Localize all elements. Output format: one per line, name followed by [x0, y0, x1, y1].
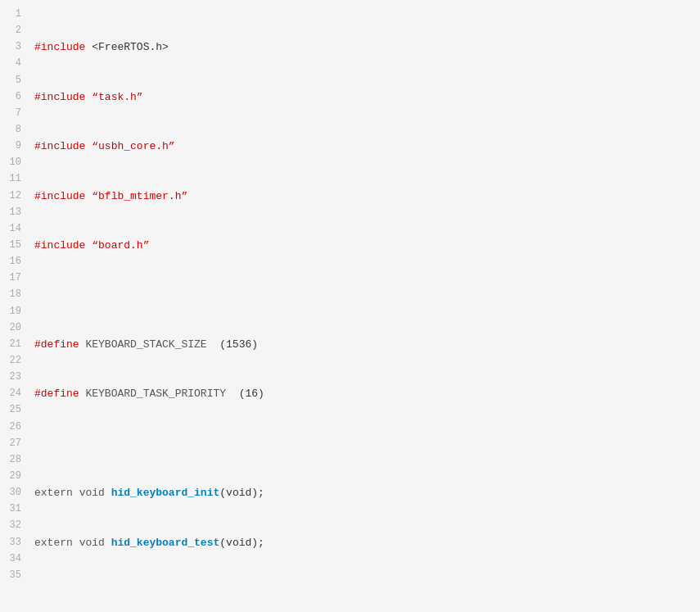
code-line-8: #define KEYBOARD_TASK_PRIORITY (16) — [34, 386, 700, 402]
code-line-10: extern void hid_keyboard_init(void); — [34, 485, 700, 501]
code-line-11: extern void hid_keyboard_test(void); — [34, 535, 700, 551]
code-line-4: #include “bflb_mtimer.h” — [34, 188, 700, 205]
code-editor: 1 2 3 4 5 6 7 8 9 10 11 12 13 14 15 16 1… — [0, 0, 700, 612]
code-line-1: #include <FreeRTOS.h> — [34, 39, 700, 56]
code-line-9 — [34, 436, 700, 452]
code-line-2: #include “task.h” — [34, 89, 700, 106]
line-numbers: 1 2 3 4 5 6 7 8 9 10 11 12 13 14 15 16 1… — [0, 7, 29, 612]
code-line-7: #define KEYBOARD_STACK_SIZE (1536) — [34, 337, 700, 353]
code-line-3: #include “usbh_core.h” — [34, 138, 700, 155]
code-line-6 — [34, 287, 700, 303]
code-content[interactable]: #include <FreeRTOS.h> #include “task.h” … — [29, 7, 700, 612]
code-line-5: #include “board.h” — [34, 238, 700, 254]
code-line-12 — [34, 584, 700, 601]
